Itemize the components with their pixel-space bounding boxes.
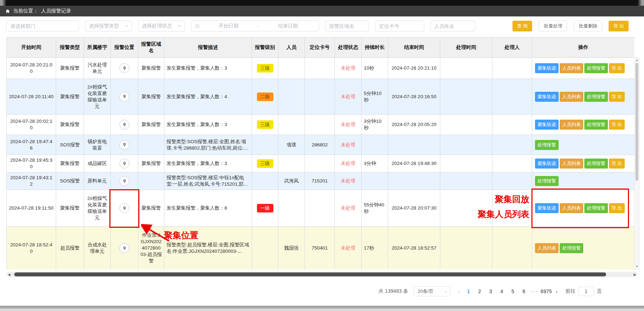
handle-alarm-button[interactable]: 处理报警 <box>584 120 608 130</box>
handle-alarm-button[interactable]: 处理报警 <box>584 159 608 169</box>
page-button-4[interactable]: 4 <box>497 288 506 295</box>
cell-actions: 处理报警 <box>532 172 635 190</box>
handle-alarm-button[interactable]: 处理报警 <box>535 176 559 186</box>
cell-level: 三级 <box>252 115 278 135</box>
export-button[interactable]: 导 出 <box>609 21 629 31</box>
handle-alarm-button[interactable]: 处理报警 <box>584 92 608 102</box>
gather-track-button[interactable]: 聚集轨迹 <box>535 63 559 73</box>
alarm-table: 开始时间报警类型所属楼宇报警位置报警区域名报警描述报警级别人员定位卡号处理状态持… <box>6 37 634 270</box>
person-list-button[interactable]: 人员列表 <box>560 159 583 169</box>
person-list-button[interactable]: 人员列表 <box>560 92 583 102</box>
table-row: 2024-07-28 19:45:30聚集报警成品罐区聚集报警发生聚集报警，聚集… <box>7 155 635 172</box>
alarm-level-badge: 二级 <box>257 92 273 101</box>
location-pin-icon[interactable] <box>119 120 129 130</box>
department-input[interactable] <box>6 21 79 31</box>
cell-end-time: 2024-07-28 20:21:10 <box>388 58 440 79</box>
export-row-button[interactable]: 导 出 <box>609 120 625 130</box>
page-button-2[interactable]: 2 <box>475 288 484 295</box>
person-list-button[interactable]: 人员列表 <box>560 203 583 213</box>
cell-description: 发生聚集报警，聚集人数：3 <box>164 155 252 172</box>
cell-actions: 聚集轨迹人员列表处理报警导 出 <box>532 115 635 135</box>
location-pin-icon[interactable] <box>119 63 129 73</box>
person-name-input[interactable] <box>430 21 475 31</box>
page-button-5[interactable]: 5 <box>508 288 517 295</box>
cell-alarm-type: 聚集报警 <box>56 155 84 172</box>
gather-track-button[interactable]: 聚集轨迹 <box>535 159 559 169</box>
column-header: 开始时间 <box>7 37 56 58</box>
scroll-left-icon[interactable]: ◀ <box>8 273 10 276</box>
column-header: 报警描述 <box>164 37 252 58</box>
page-ellipsis[interactable]: ··· <box>530 289 539 294</box>
export-row-button[interactable]: 导 出 <box>609 203 625 213</box>
location-pin-icon[interactable] <box>119 203 129 213</box>
person-list-button[interactable]: 人员列表 <box>560 120 583 130</box>
status-text: 未处理 <box>341 142 356 147</box>
vertical-scrollbar[interactable]: ▲ ▼ <box>634 57 639 270</box>
cell-area-name: 聚集报警 <box>138 58 164 79</box>
cell-building: 2#粉煤气化装置磨煤输送单元 <box>84 190 111 227</box>
column-header: 处理时间 <box>440 37 492 58</box>
end-date-placeholder: 结束日期 <box>261 23 315 29</box>
cell-end-time: 2024-07-28 19:48:30 <box>388 155 440 172</box>
page-button-6[interactable]: 6 <box>519 288 529 295</box>
area-name-input[interactable] <box>325 21 369 31</box>
batch-process-button[interactable]: 批量处理 <box>539 21 567 31</box>
vertical-scrollbar-thumb[interactable] <box>635 63 638 181</box>
alarm-type-select[interactable]: 选择报警类型 <box>85 21 132 31</box>
scroll-up-icon[interactable]: ▲ <box>635 58 638 63</box>
goto-page-input[interactable] <box>578 287 594 296</box>
person-list-button[interactable]: 人员列表 <box>560 63 583 73</box>
batch-delete-button[interactable]: 批量删除 <box>574 21 602 31</box>
location-pin-icon[interactable] <box>119 176 129 186</box>
cell-area-name: 聚集报警 <box>138 79 164 115</box>
horizontal-scrollbar[interactable]: ◀ ▶ <box>6 272 638 277</box>
horizontal-scrollbar-thumb[interactable] <box>14 272 606 276</box>
location-pin-icon[interactable] <box>119 159 129 169</box>
gather-track-button[interactable]: 聚集轨迹 <box>535 120 559 130</box>
page-button-3[interactable]: 3 <box>486 288 495 295</box>
date-range-picker[interactable]: 开始日期 - 结束日期 <box>191 21 319 31</box>
card-number-input[interactable] <box>375 21 424 31</box>
handle-alarm-button[interactable]: 处理报警 <box>584 203 608 213</box>
next-page-button[interactable]: › <box>554 289 560 295</box>
cell-level <box>252 172 278 190</box>
cell-start-time: 2024-07-28 18:52:40 <box>7 227 56 270</box>
page-button-1[interactable]: 1 <box>464 288 473 295</box>
page-size-select[interactable]: 20条/页 <box>414 286 450 296</box>
location-pin-icon[interactable] <box>119 92 129 102</box>
cell-start-time: 2024-07-28 19:45:30 <box>7 155 56 172</box>
page-title: 人员报警记录 <box>41 8 71 14</box>
prev-page-button[interactable]: ‹ <box>456 289 462 295</box>
page-button-6975[interactable]: 6975 <box>541 288 552 295</box>
scroll-down-icon[interactable]: ▼ <box>635 264 638 269</box>
cell-description: 发生聚集报警，聚集人数：3 <box>164 115 252 135</box>
cell-status: 未处理 <box>335 115 362 135</box>
scroll-right-icon[interactable]: ▶ <box>634 273 636 276</box>
cell-handle-time <box>440 58 492 79</box>
gather-track-button[interactable]: 聚集轨迹 <box>535 92 559 102</box>
gather-track-button[interactable]: 聚集轨迹 <box>535 203 559 213</box>
table-row: 2024-07-28 20:02:10聚集报警聚集报警发生聚集报警，聚集人数：3… <box>7 115 635 135</box>
cell-building: 污水处理单元 <box>84 58 111 79</box>
status-text: 未处理 <box>341 94 356 99</box>
location-pin-icon[interactable] <box>119 140 129 150</box>
person-list-button[interactable]: 人员列表 <box>535 243 559 253</box>
export-row-button[interactable]: 导 出 <box>609 159 625 169</box>
cell-duration: 3分钟 <box>362 155 388 172</box>
query-button[interactable]: 查 询 <box>512 21 532 31</box>
table-header-row: 开始时间报警类型所属楼宇报警位置报警区域名报警描述报警级别人员定位卡号处理状态持… <box>7 37 635 58</box>
cell-actions: 聚集轨迹人员列表处理报警导 出 <box>532 58 635 79</box>
cell-actions: 聚集轨迹人员列表处理报警导 出 <box>532 79 635 115</box>
cell-alarm-type: 聚集报警 <box>56 79 84 115</box>
handle-alarm-button[interactable]: 处理报警 <box>560 243 583 253</box>
export-row-button[interactable]: 导 出 <box>609 63 625 73</box>
breadcrumb-label: 当前位置： <box>13 8 38 14</box>
handle-alarm-button[interactable]: 处理报警 <box>584 63 608 73</box>
breadcrumb-bar: 当前位置： 人员报警记录 <box>0 6 644 16</box>
export-row-button[interactable]: 导 出 <box>609 92 625 102</box>
handle-alarm-button[interactable]: 处理报警 <box>535 140 559 150</box>
handle-status-select[interactable]: 选择处理状态 <box>138 21 185 31</box>
cell-area-name: 聚集报警 <box>138 190 164 227</box>
column-header: 处理状态 <box>335 37 362 58</box>
location-pin-icon[interactable] <box>119 243 129 253</box>
